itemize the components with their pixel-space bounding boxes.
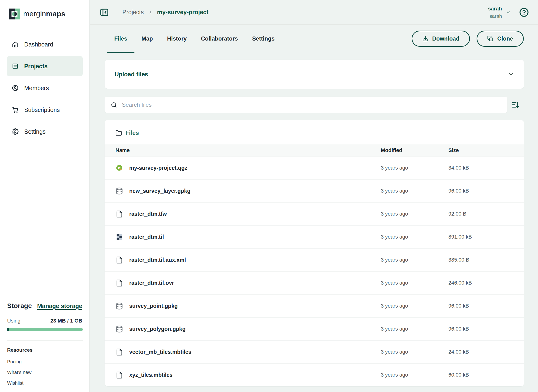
storage-progress-bar — [7, 328, 83, 331]
folder-icon — [116, 130, 122, 136]
sidebar-item-subscriptions[interactable]: Subscriptions — [7, 100, 83, 120]
breadcrumb-chevron-right-icon — [148, 10, 153, 15]
upload-files-panel[interactable]: Upload files — [105, 60, 524, 89]
file-name[interactable]: raster_dtm.tif.aux.xml — [129, 257, 186, 263]
file-row[interactable]: raster_dtm.tif.aux.xml3 years ago385.00 … — [105, 248, 524, 271]
file-name[interactable]: xyz_tiles.mbtiles — [129, 372, 173, 378]
file-icon — [116, 279, 123, 287]
file-name[interactable]: my-survey-project.qgz — [129, 165, 187, 171]
main-area: Projects my-survey-project sarah sarah F… — [90, 0, 538, 392]
file-modified: 3 years ago — [381, 349, 448, 355]
file-name[interactable]: survey_polygon.gpkg — [129, 326, 186, 332]
gear-icon — [12, 128, 19, 135]
user-chevron-down-icon[interactable] — [506, 10, 511, 15]
file-modified: 3 years ago — [381, 372, 448, 378]
file-size: 34.00 kB — [448, 165, 524, 171]
copy-icon — [487, 36, 493, 42]
file-size: 24.00 kB — [448, 349, 524, 355]
storage-title: Storage — [7, 302, 32, 310]
file-modified: 3 years ago — [381, 303, 448, 309]
file-modified: 3 years ago — [381, 257, 448, 263]
file-modified: 3 years ago — [381, 211, 448, 217]
file-row[interactable]: my-survey-project.qgz3 years ago34.00 kB — [105, 156, 524, 179]
file-modified: 3 years ago — [381, 280, 448, 286]
sidebar-item-label: Members — [24, 85, 49, 92]
tab-collaborators[interactable]: Collaborators — [194, 25, 245, 53]
projects-list-icon — [12, 63, 19, 70]
breadcrumb-projects-link[interactable]: Projects — [122, 9, 144, 16]
cart-icon — [12, 107, 19, 113]
column-header-modified: Modified — [381, 147, 448, 154]
file-icon — [116, 371, 123, 379]
sidebar-item-label: Projects — [24, 63, 48, 70]
sidebar-item-projects[interactable]: Projects — [7, 56, 83, 76]
file-size: 60.00 kB — [448, 372, 524, 378]
file-row[interactable]: raster_dtm.tfw3 years ago92.00 B — [105, 202, 524, 225]
files-table-body: my-survey-project.qgz3 years ago34.00 kB… — [105, 156, 524, 386]
storage-progress-fill — [7, 328, 9, 331]
merginmaps-logo[interactable]: merginmaps — [9, 9, 82, 19]
sidebar-item-settings[interactable]: Settings — [7, 121, 83, 142]
file-name[interactable]: vector_mb_tiles.mbtiles — [129, 349, 191, 355]
files-breadcrumb[interactable]: Files — [105, 120, 524, 145]
file-modified: 3 years ago — [381, 188, 448, 194]
file-row[interactable]: vector_mb_tiles.mbtiles3 years ago24.00 … — [105, 340, 524, 363]
download-button[interactable]: Download — [412, 31, 470, 47]
file-size: 96.00 kB — [448, 188, 524, 194]
storage-using-label: Using — [7, 318, 20, 324]
file-icon — [116, 256, 123, 264]
sidebar-item-label: Subscriptions — [24, 107, 60, 113]
file-name[interactable]: new_survey_layer.gpkg — [129, 188, 190, 194]
help-icon[interactable] — [519, 7, 529, 17]
tab-map[interactable]: Map — [134, 25, 160, 53]
sidebar-item-label: Settings — [24, 128, 46, 135]
tab-history[interactable]: History — [160, 25, 194, 53]
home-icon — [12, 41, 19, 48]
file-row[interactable]: survey_point.gpkg3 years ago96.00 kB — [105, 294, 524, 317]
search-row — [105, 97, 524, 113]
database-icon — [116, 302, 123, 310]
resources-links: PricingWhat's newWishlist — [7, 359, 83, 386]
sidebar-item-dashboard[interactable]: Dashboard — [7, 34, 83, 55]
resource-link-pricing[interactable]: Pricing — [7, 359, 82, 364]
upload-files-title: Upload files — [115, 71, 148, 78]
database-icon — [116, 187, 123, 195]
upload-chevron-down-icon[interactable] — [508, 71, 514, 77]
file-name[interactable]: survey_point.gpkg — [129, 303, 178, 309]
breadcrumb-current-project: my-survey-project — [157, 9, 209, 16]
tab-files[interactable]: Files — [107, 25, 134, 53]
clone-button[interactable]: Clone — [477, 31, 524, 47]
resource-link-wishlist[interactable]: Wishlist — [7, 380, 82, 386]
sidebar-item-members[interactable]: Members — [7, 78, 83, 98]
manage-storage-link[interactable]: Manage storage — [37, 303, 82, 309]
files-table-header: Name Modified Size — [105, 145, 524, 156]
file-size: 96.00 kB — [448, 326, 524, 332]
file-name[interactable]: raster_dtm.tif.ovr — [129, 280, 174, 286]
project-actions: Download Clone — [412, 25, 524, 53]
qgis-icon — [116, 164, 123, 172]
file-row[interactable]: raster_dtm.tif3 years ago891.00 kB — [105, 225, 524, 248]
file-modified: 3 years ago — [381, 165, 448, 171]
storage-usage-value: 23 MB / 1 GB — [51, 318, 82, 324]
file-size: 385.00 B — [448, 257, 524, 263]
column-header-size: Size — [448, 147, 524, 154]
file-modified: 3 years ago — [381, 326, 448, 332]
user-workspace: sarah — [489, 13, 502, 19]
file-row[interactable]: new_survey_layer.gpkg3 years ago96.00 kB — [105, 179, 524, 202]
sort-icon[interactable] — [507, 101, 524, 109]
search-input[interactable] — [122, 102, 501, 108]
file-name[interactable]: raster_dtm.tfw — [129, 211, 167, 217]
file-name[interactable]: raster_dtm.tif — [129, 234, 164, 240]
file-row[interactable]: xyz_tiles.mbtiles3 years ago60.00 kB — [105, 363, 524, 386]
user-name: sarah — [488, 6, 502, 12]
file-row[interactable]: survey_polygon.gpkg3 years ago96.00 kB — [105, 317, 524, 340]
file-modified: 3 years ago — [381, 234, 448, 240]
tab-settings[interactable]: Settings — [245, 25, 282, 53]
file-icon — [116, 210, 123, 218]
user-menu[interactable]: sarah sarah — [488, 6, 502, 19]
sidebar-collapse-icon[interactable] — [100, 8, 109, 17]
files-panel: Files Name Modified Size my-survey-proje… — [105, 120, 524, 386]
files-panel-title: Files — [125, 130, 139, 136]
resource-link-what-s-new[interactable]: What's new — [7, 370, 82, 375]
file-row[interactable]: raster_dtm.tif.ovr3 years ago246.00 kB — [105, 271, 524, 294]
